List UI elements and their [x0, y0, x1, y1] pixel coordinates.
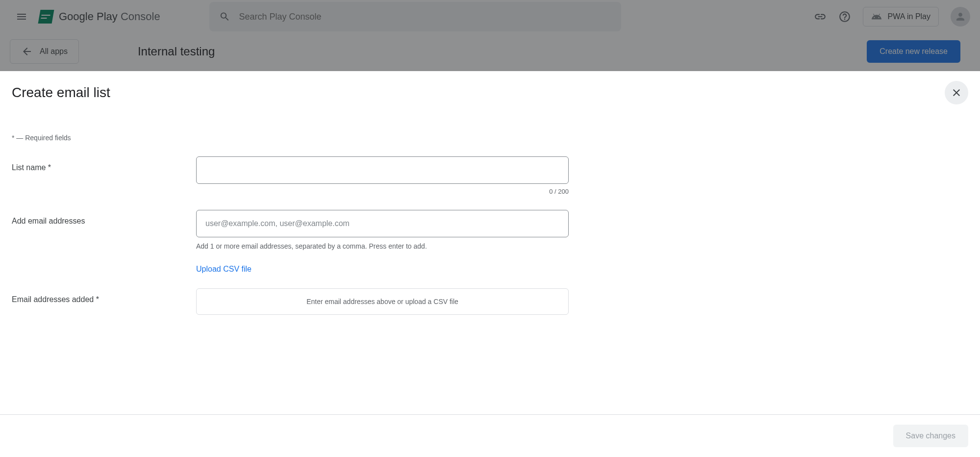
dialog-footer: Save changes	[0, 414, 980, 457]
page-title: Internal testing	[138, 45, 215, 58]
required-fields-note: * — Required fields	[12, 134, 968, 142]
logo-text: Google Play Console	[59, 10, 160, 23]
add-emails-helper: Add 1 or more email addresses, separated…	[196, 242, 569, 250]
link-icon[interactable]	[814, 10, 827, 23]
top-bar: Google Play Console PWA in Play	[0, 0, 980, 33]
app-selector-chip[interactable]: PWA in Play	[863, 7, 939, 26]
dialog-title: Create email list	[12, 85, 110, 101]
upload-csv-button[interactable]: Upload CSV file	[196, 265, 251, 274]
play-console-logo-icon	[38, 10, 54, 24]
topbar-actions: PWA in Play	[814, 7, 970, 26]
all-apps-button[interactable]: All apps	[10, 39, 79, 64]
add-emails-row: Add email addresses Add 1 or more email …	[12, 210, 968, 274]
search-input[interactable]	[239, 12, 611, 22]
list-name-char-count: 0 / 200	[196, 188, 569, 195]
background-dimmed: Google Play Console PWA in Play All apps…	[0, 0, 980, 71]
dialog-header: Create email list	[0, 71, 980, 109]
save-changes-button[interactable]: Save changes	[893, 425, 968, 447]
close-icon	[951, 87, 962, 99]
back-arrow-icon	[21, 46, 33, 57]
all-apps-label: All apps	[40, 47, 68, 56]
search-box[interactable]	[209, 2, 621, 31]
app-chip-label: PWA in Play	[888, 12, 930, 21]
add-emails-label: Add email addresses	[12, 210, 196, 226]
list-name-label: List name *	[12, 156, 196, 172]
create-release-button[interactable]: Create new release	[867, 40, 960, 63]
add-emails-input[interactable]	[196, 210, 569, 237]
dialog-body: * — Required fields List name * 0 / 200 …	[0, 109, 980, 414]
logo[interactable]: Google Play Console	[39, 10, 160, 24]
close-dialog-button[interactable]	[945, 81, 968, 104]
user-avatar[interactable]	[951, 7, 970, 26]
sub-header: All apps Internal testing Create new rel…	[0, 33, 980, 70]
android-icon	[871, 11, 882, 22]
create-email-list-dialog: Create email list * — Required fields Li…	[0, 71, 980, 457]
emails-added-row: Email addresses added * Enter email addr…	[12, 288, 968, 315]
search-icon	[219, 11, 230, 23]
emails-added-empty-state: Enter email addresses above or upload a …	[196, 288, 569, 315]
hamburger-menu-icon[interactable]	[16, 11, 27, 23]
list-name-input[interactable]	[196, 156, 569, 184]
list-name-row: List name * 0 / 200	[12, 156, 968, 195]
help-icon[interactable]	[838, 10, 851, 23]
person-icon	[955, 11, 966, 23]
emails-added-label: Email addresses added *	[12, 288, 196, 304]
